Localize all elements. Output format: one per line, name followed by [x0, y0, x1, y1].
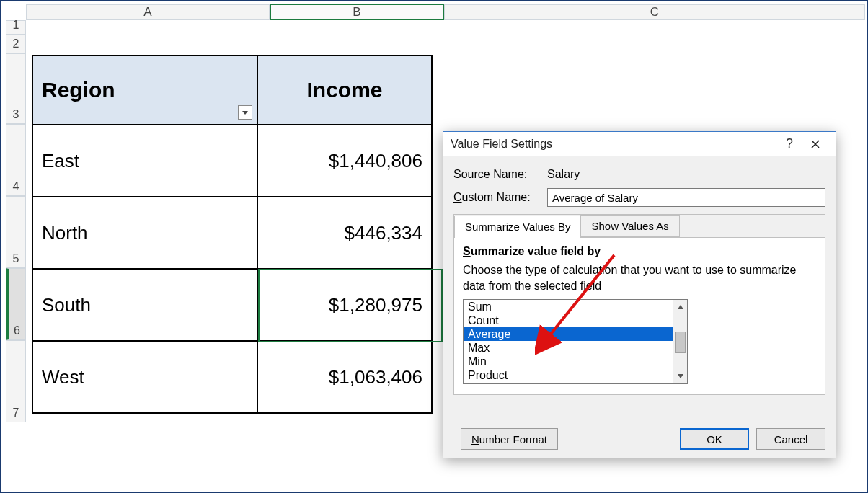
row-header-5[interactable]: 5	[6, 196, 26, 268]
table-row: North $446,334	[32, 197, 432, 269]
scroll-thumb[interactable]	[675, 332, 686, 353]
dialog-titlebar: Value Field Settings ?	[443, 132, 836, 156]
list-item-count[interactable]: Count	[464, 314, 673, 327]
svg-marker-1	[678, 305, 683, 309]
list-item-max[interactable]: Max	[464, 341, 673, 355]
cell-income[interactable]: $1,063,406	[257, 341, 432, 413]
col-header-c[interactable]: C	[444, 4, 865, 20]
source-name-label: Source Name:	[453, 168, 547, 181]
svg-marker-2	[678, 374, 683, 378]
tab-strip: Summarize Values By Show Values As	[454, 215, 825, 238]
filter-dropdown-icon[interactable]	[238, 105, 252, 120]
cell-region[interactable]: West	[32, 341, 257, 413]
ok-button[interactable]: OK	[680, 428, 749, 450]
table-row: South $1,280,975	[32, 269, 432, 341]
cell-region[interactable]: East	[32, 125, 257, 197]
cell-income[interactable]: $1,440,806	[257, 125, 432, 197]
row-header-2[interactable]: 2	[6, 35, 26, 53]
row-headers: 1 2 3 4 5 6 7	[6, 20, 26, 422]
row-header-4[interactable]: 4	[6, 124, 26, 196]
source-name-value: Salary	[547, 168, 580, 181]
list-item-min[interactable]: Min	[464, 355, 673, 368]
custom-name-label: Custom Name:	[453, 191, 547, 204]
col-header-b[interactable]: B	[270, 4, 444, 20]
calculation-listbox[interactable]: Sum Count Average Max Min Product	[463, 299, 688, 384]
row-header-3[interactable]: 3	[6, 53, 26, 124]
tab-summarize[interactable]: Summarize Values By	[454, 216, 581, 238]
header-income[interactable]: Income	[257, 55, 432, 125]
summarize-description: Choose the type of calculation that you …	[463, 262, 816, 293]
help-icon[interactable]: ?	[776, 133, 802, 155]
cell-income[interactable]: $446,334	[257, 197, 432, 269]
column-headers: A B C	[26, 4, 865, 20]
list-item-average[interactable]: Average	[464, 327, 673, 341]
table-row: East $1,440,806	[32, 125, 432, 197]
custom-name-input[interactable]	[547, 188, 825, 207]
close-icon[interactable]	[802, 133, 828, 155]
cell-region[interactable]: South	[32, 269, 257, 341]
table-row: West $1,063,406	[32, 341, 432, 413]
number-format-button[interactable]: Number Format	[461, 428, 558, 450]
value-field-settings-dialog: Value Field Settings ? Source Name: Sala…	[443, 131, 836, 458]
row-header-1[interactable]: 1	[6, 20, 26, 35]
header-region[interactable]: Region	[32, 55, 257, 125]
list-item-sum[interactable]: Sum	[464, 300, 673, 314]
cell-income[interactable]: $1,280,975	[257, 269, 432, 341]
summarize-heading: Summarize value field by	[463, 245, 816, 258]
svg-marker-0	[242, 111, 248, 115]
row-header-7[interactable]: 7	[6, 340, 26, 422]
scroll-up-icon[interactable]	[673, 300, 687, 314]
col-header-a[interactable]: A	[26, 4, 270, 20]
listbox-scrollbar[interactable]	[673, 300, 687, 383]
list-item-product[interactable]: Product	[464, 368, 673, 382]
dialog-title: Value Field Settings	[451, 138, 776, 151]
tab-show-values-as[interactable]: Show Values As	[580, 215, 679, 237]
cell-region[interactable]: North	[32, 197, 257, 269]
cancel-button[interactable]: Cancel	[756, 428, 825, 450]
row-header-6[interactable]: 6	[6, 268, 26, 340]
scroll-down-icon[interactable]	[673, 369, 687, 383]
pivot-table: Region Income East $1,440,806 North $446…	[32, 55, 433, 414]
